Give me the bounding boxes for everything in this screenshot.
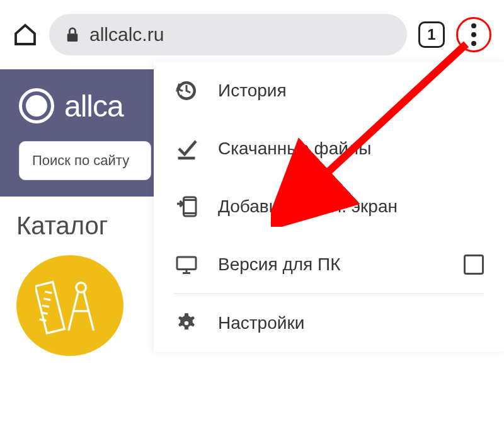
ruler-compass-icon: [16, 255, 123, 356]
svg-line-4: [42, 306, 49, 307]
download-done-icon: [174, 137, 199, 160]
browser-top-bar: allcalc.ru 1: [0, 0, 504, 69]
menu-label: Версия для ПК: [218, 255, 340, 275]
address-bar[interactable]: allcalc.ru: [49, 14, 407, 55]
svg-point-7: [76, 283, 86, 292]
tabs-button[interactable]: 1: [418, 21, 445, 48]
menu-item-history[interactable]: История: [154, 62, 504, 120]
kebab-dot: [471, 23, 476, 28]
svg-point-19: [183, 320, 190, 326]
browser-overflow-menu: История Скачанные файлы Добавить на гл. …: [154, 62, 504, 352]
svg-line-2: [45, 292, 52, 293]
catalog-tile[interactable]: [16, 255, 123, 381]
add-to-home-icon: [174, 195, 199, 218]
gear-icon: [174, 312, 199, 335]
menu-label: Настройки: [218, 313, 304, 333]
url-text: allcalc.ru: [89, 24, 164, 45]
brand-text: allca: [64, 89, 123, 123]
svg-rect-0: [67, 33, 78, 42]
menu-item-add-to-home[interactable]: Добавить на гл. экран: [154, 178, 504, 236]
lock-icon: [66, 26, 79, 43]
menu-label: История: [218, 81, 287, 101]
tabs-count: 1: [427, 26, 435, 43]
home-button[interactable]: [13, 22, 38, 47]
home-icon: [13, 22, 38, 47]
menu-label: Добавить на гл. экран: [218, 197, 398, 217]
svg-line-6: [40, 319, 47, 321]
svg-line-3: [43, 299, 50, 300]
menu-label: Скачанные файлы: [218, 139, 371, 159]
svg-rect-16: [177, 257, 196, 270]
history-icon: [174, 79, 199, 102]
kebab-dot: [471, 41, 476, 46]
kebab-dot: [471, 32, 476, 37]
menu-item-downloads[interactable]: Скачанные файлы: [154, 120, 504, 178]
desktop-site-checkbox[interactable]: [464, 255, 484, 275]
menu-item-desktop-site[interactable]: Версия для ПК: [154, 236, 504, 294]
menu-item-settings[interactable]: Настройки: [154, 294, 504, 352]
svg-rect-1: [35, 282, 64, 333]
desktop-icon: [174, 253, 199, 276]
brand-logo-icon: [19, 88, 54, 123]
more-menu-button[interactable]: [456, 17, 491, 52]
svg-line-5: [41, 312, 48, 314]
